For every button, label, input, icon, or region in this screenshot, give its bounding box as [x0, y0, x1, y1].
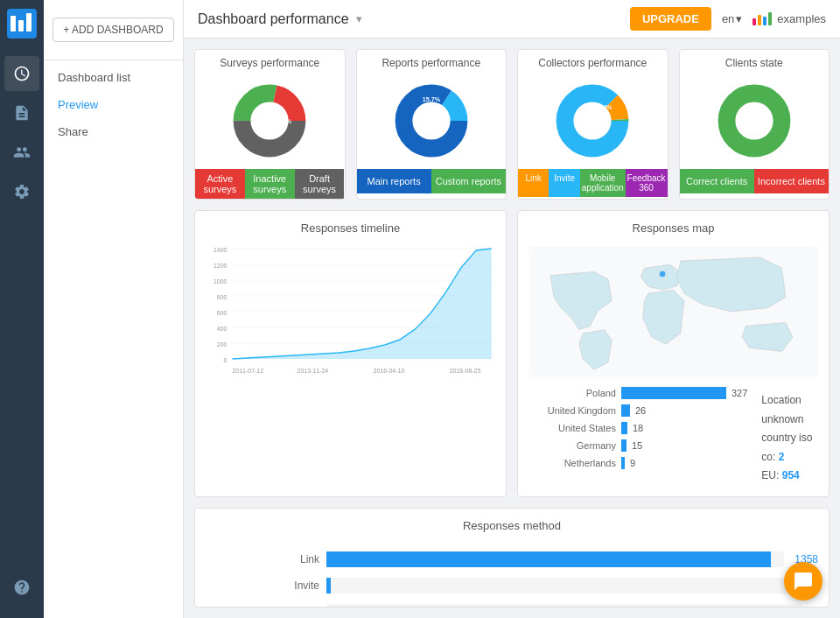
- sidebar-icon-users[interactable]: [4, 135, 39, 170]
- world-map-svg: [528, 242, 818, 382]
- svg-text:2016-04-10: 2016-04-10: [374, 367, 405, 376]
- eu-label: EU:: [761, 469, 779, 481]
- country-value-poland: 327: [732, 388, 747, 398]
- collectors-performance-chart: 87.3% 11.8%: [518, 73, 668, 169]
- country-row-us: United States 18: [528, 419, 747, 437]
- examples-label: examples: [777, 12, 826, 25]
- tab-main-reports[interactable]: Main reports: [357, 169, 431, 193]
- country-name-germany: Germany: [528, 440, 616, 451]
- responses-map-title: Responses map: [528, 221, 818, 235]
- svg-rect-3: [26, 13, 32, 32]
- surveys-performance-title: Surveys performance: [195, 50, 345, 73]
- method-fill-invite: [326, 578, 331, 593]
- method-label-mobile: Mobile application: [206, 606, 319, 607]
- clients-state-title: Clients state: [680, 50, 830, 73]
- sidebar-icon-gear[interactable]: [4, 174, 39, 209]
- svg-text:200: 200: [217, 341, 228, 349]
- dashboard-title: Dashboard performance: [198, 11, 349, 27]
- examples-chart-icon: [752, 12, 772, 25]
- location-unknown-iso: country iso co: 2: [761, 429, 818, 467]
- svg-text:100.0%: 100.0%: [742, 118, 766, 126]
- responses-timeline-card: Responses timeline 1400 1200 1000 800 60…: [194, 210, 507, 497]
- surveys-donut-chart: 21.7% 28.3% 50.0%: [230, 81, 309, 160]
- svg-text:1000: 1000: [214, 277, 228, 286]
- language-selector[interactable]: en ▾: [722, 12, 742, 25]
- svg-text:2011-07-12: 2011-07-12: [232, 367, 263, 376]
- examples-link[interactable]: examples: [752, 12, 826, 25]
- header-right: UPGRADE en ▾ examples: [630, 7, 826, 31]
- legend-active-surveys: Active surveys: [195, 169, 245, 199]
- eu-value: 954: [782, 469, 800, 481]
- country-bar-uk: [621, 404, 630, 417]
- country-iso-value: 2: [779, 451, 785, 463]
- country-bar-poland: [621, 387, 726, 399]
- country-bar-us: [621, 422, 627, 434]
- svg-text:600: 600: [217, 309, 228, 318]
- country-row-germany: Germany 15: [528, 437, 747, 454]
- country-bar-germany: [621, 439, 626, 452]
- legend-inactive-surveys: Inactive surveys: [245, 169, 295, 199]
- reports-performance-title: Reports performance: [357, 50, 507, 73]
- dashboard-content: Surveys performance 21.7% 28.3% 50.0% Ac…: [184, 39, 840, 618]
- collectors-donut-chart: 87.3% 11.8%: [553, 81, 632, 160]
- country-value-uk: 26: [635, 405, 646, 416]
- svg-rect-1: [10, 16, 16, 32]
- upgrade-button[interactable]: UPGRADE: [630, 7, 711, 31]
- reports-tabs: Main reports Custom reports: [357, 169, 507, 193]
- collectors-legend: Link Invite Mobile application Feedback …: [518, 169, 668, 197]
- svg-text:11.8%: 11.8%: [597, 104, 612, 110]
- surveys-performance-chart: 21.7% 28.3% 50.0%: [195, 73, 345, 169]
- leftnav-item-dashboard-list[interactable]: Dashboard list: [44, 64, 183, 91]
- responses-method-bars: Link 1358 Invite 11 Mobile application: [195, 539, 829, 607]
- svg-point-42: [660, 271, 666, 277]
- responses-method-title: Responses method: [195, 509, 829, 532]
- country-list: Poland 327 United Kingdom 26 United Stat…: [528, 384, 747, 486]
- reports-donut-chart: 84.3% 15.7%: [392, 81, 471, 160]
- add-dashboard-button[interactable]: + ADD DASHBOARD: [52, 18, 174, 42]
- country-row-poland: Poland 327: [528, 384, 747, 402]
- responses-timeline-chart: 1400 1200 1000 800 600 400 200 0: [206, 242, 495, 382]
- responses-map-card: Responses map: [517, 210, 830, 497]
- svg-text:2018-08-25: 2018-08-25: [450, 367, 481, 376]
- left-nav: + ADD DASHBOARD Dashboard list Preview S…: [44, 0, 184, 618]
- country-value-us: 18: [633, 423, 643, 433]
- surveys-performance-legend: Active surveys Inactive surveys Draft su…: [195, 169, 345, 199]
- map-right-section: Poland 327 United Kingdom 26 United Stat…: [528, 384, 818, 486]
- chat-bubble-button[interactable]: [784, 562, 822, 600]
- method-value-mobile: 0: [812, 606, 818, 607]
- chat-icon: [793, 571, 814, 592]
- leftnav-item-share[interactable]: Share: [44, 118, 183, 145]
- clients-state-chart: 100.0%: [680, 73, 830, 169]
- collectors-performance-card: Collectors performance 87.3% 11.8% Link …: [517, 49, 668, 200]
- tab-custom-reports[interactable]: Custom reports: [431, 169, 506, 193]
- leftnav-item-preview[interactable]: Preview: [44, 91, 183, 118]
- sidebar-icon-clock[interactable]: [4, 56, 39, 91]
- sidebar-icon-file[interactable]: [4, 95, 39, 130]
- svg-text:800: 800: [217, 293, 228, 302]
- responses-method-card: Responses method Link 1358 Invite 11: [194, 508, 830, 607]
- method-row-mobile: Mobile application 0: [195, 599, 829, 607]
- sidebar-icon-question[interactable]: [4, 570, 39, 605]
- legend-mobile-app: Mobile application: [580, 169, 626, 197]
- dropdown-chevron-icon[interactable]: ▾: [356, 12, 362, 25]
- country-name-uk: United Kingdom: [528, 405, 616, 416]
- svg-rect-2: [18, 20, 24, 32]
- nav-divider: [44, 60, 183, 60]
- reports-performance-card: Reports performance 84.3% 15.7% Main rep…: [356, 49, 508, 200]
- legend-feedback360: Feedback 360: [626, 169, 668, 197]
- method-label-invite: Invite: [206, 579, 319, 592]
- svg-text:0: 0: [224, 356, 228, 365]
- performance-row: Surveys performance 21.7% 28.3% 50.0% Ac…: [194, 49, 830, 200]
- svg-text:50.0%: 50.0%: [276, 118, 292, 124]
- svg-text:1200: 1200: [214, 262, 228, 270]
- method-label-link: Link: [206, 553, 319, 565]
- reports-performance-chart: 84.3% 15.7%: [357, 73, 507, 169]
- sidebar: [0, 0, 44, 618]
- legend-incorrect-clients: Incorrect clients: [754, 169, 829, 193]
- country-name-us: United States: [528, 423, 616, 433]
- surveys-performance-card: Surveys performance 21.7% 28.3% 50.0% Ac…: [194, 49, 346, 200]
- method-row-link: Link 1358: [195, 546, 829, 572]
- legend-correct-clients: Correct clients: [680, 169, 754, 193]
- country-value-netherlands: 9: [630, 458, 635, 468]
- app-logo[interactable]: [7, 9, 37, 39]
